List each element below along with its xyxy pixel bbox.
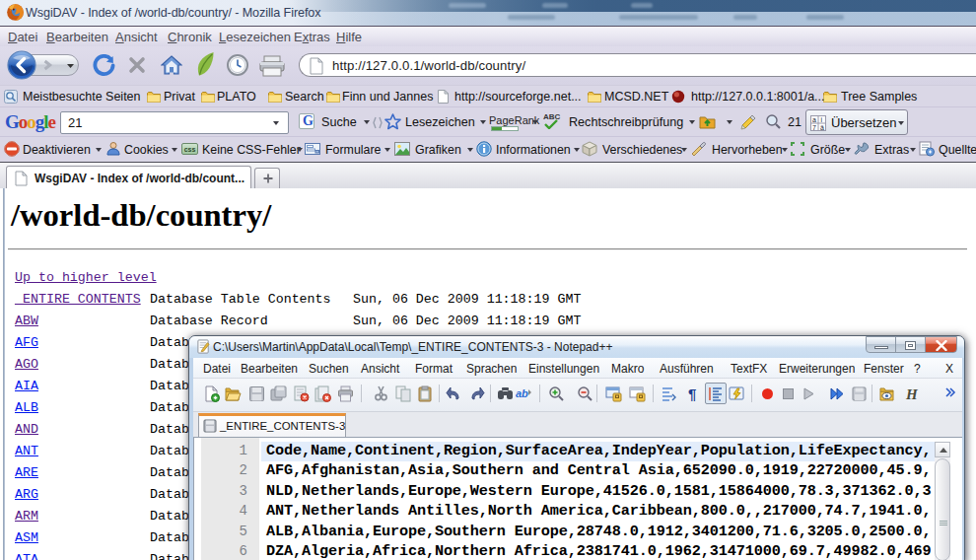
svg-text:ä: ä bbox=[820, 124, 824, 131]
svg-text:7: 7 bbox=[812, 124, 816, 131]
svg-text:¶: ¶ bbox=[688, 385, 696, 402]
svg-text:a: a bbox=[812, 116, 816, 123]
svg-text:ab: ab bbox=[516, 387, 528, 399]
svg-text:H: H bbox=[905, 386, 919, 402]
